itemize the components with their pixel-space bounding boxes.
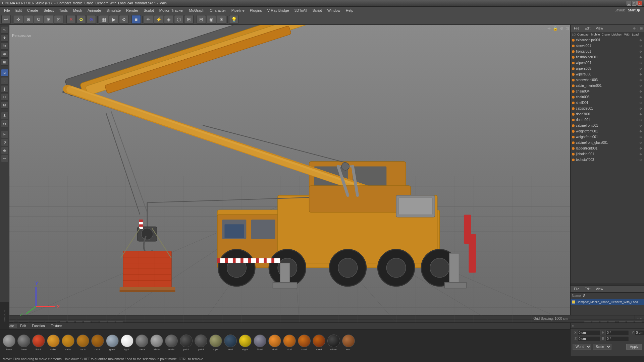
menu-tools[interactable]: Tools	[56, 8, 70, 13]
obj-ladderfront001[interactable]: ladderfront001 ⊘	[571, 145, 644, 151]
mat-meta-1[interactable]: meta	[136, 335, 148, 351]
menu-script[interactable]: Script	[310, 8, 325, 13]
mat-tab-function[interactable]: Function	[29, 324, 47, 328]
obj-wipers004[interactable]: wipers004 ⊘	[571, 60, 644, 66]
obj-cabin-interior001[interactable]: cabin_interior001 ⊘	[571, 83, 644, 88]
mat-cabir-2[interactable]: cabir	[62, 335, 74, 351]
mat-tab-edit[interactable]: Edit	[17, 324, 29, 328]
array-button[interactable]: ⊟	[197, 15, 206, 24]
menu-mesh[interactable]: Mesh	[70, 8, 85, 13]
model-mode[interactable]: M	[1, 69, 8, 76]
mat-glass[interactable]: glass	[106, 335, 119, 351]
select-loop-button[interactable]: ⊗	[87, 15, 96, 24]
loop-cut-button[interactable]: ⊞	[184, 15, 194, 24]
select-all-button[interactable]: ✕	[66, 15, 76, 24]
obj-doorL001[interactable]: doorL001 ⊘	[571, 117, 644, 123]
mat-light[interactable]: light |	[121, 335, 133, 351]
move-tool-button[interactable]: ✛	[14, 15, 23, 24]
mat-sub-edit[interactable]: Edit	[583, 287, 592, 292]
mat-cabir-1[interactable]: cabir	[47, 335, 60, 351]
pointer-tool[interactable]: ↖	[1, 26, 8, 34]
obj-cabinefront-glass001[interactable]: cabinefront_glass001 ⊘	[571, 140, 644, 145]
mat-streli-2[interactable]: streli	[283, 335, 296, 351]
paint-left-tool[interactable]: ✏	[1, 155, 8, 162]
obj-frontar001[interactable]: frontar001 ⊘	[571, 49, 644, 54]
polygon-mode[interactable]: □	[1, 93, 8, 101]
apply-button[interactable]: Apply	[626, 344, 642, 350]
null-button[interactable]: ☀	[217, 15, 226, 24]
menu-simulate[interactable]: Simulate	[104, 8, 123, 13]
mat-cabir-4[interactable]: cabir	[91, 335, 104, 351]
menu-animate[interactable]: Animate	[85, 8, 104, 13]
menu-edit[interactable]: Edit	[13, 8, 24, 13]
pivot-button[interactable]: ⊡	[54, 15, 63, 24]
undo-button[interactable]: ↩	[1, 15, 11, 24]
obj-cabinefront001[interactable]: cabinefront001 ⊘	[571, 123, 644, 128]
viewport[interactable]: View Cameras Display Options Filter Pane…	[9, 25, 570, 322]
mat-selected-item[interactable]: Compact_Mobile_Crane_Liebherr_With_Load	[571, 299, 644, 305]
menu-select[interactable]: Select	[41, 8, 57, 13]
menu-plugins[interactable]: Plugins	[247, 8, 265, 13]
obj-shell001[interactable]: shell001 ⊘	[571, 100, 644, 106]
obj-chain004[interactable]: chain004 ⊘	[571, 88, 644, 94]
obj-steerwheel003[interactable]: steerwheel003 ⊘	[571, 77, 644, 83]
menu-window[interactable]: Window	[325, 8, 343, 13]
render-region-button[interactable]: ▦	[99, 15, 108, 24]
mat-base-dark[interactable]: base	[17, 335, 30, 351]
paint-button[interactable]: ✏	[144, 15, 153, 24]
mat-streli-3[interactable]: streli	[298, 335, 311, 351]
extrude-button[interactable]: ◈	[164, 15, 173, 24]
obj-wipers006[interactable]: wipers006 ⊘	[571, 71, 644, 77]
b-field[interactable]	[605, 336, 629, 341]
obj-exhausepipe001[interactable]: exhausepipe001 ⊘	[571, 37, 644, 43]
mat-tab-texture[interactable]: Texture	[48, 324, 65, 328]
menu-create[interactable]: Create	[24, 8, 41, 13]
rp-tab-file[interactable]: File	[572, 26, 581, 31]
mat-Meta-2[interactable]: Meta	[150, 335, 163, 351]
mat-cabir-3[interactable]: cabir	[76, 335, 89, 351]
mat-brick[interactable]: Brick	[32, 335, 45, 351]
mat-Steel[interactable]: Steel	[254, 335, 266, 351]
menu-render[interactable]: Render	[123, 8, 141, 13]
obj-weightfront001[interactable]: weightfront001 ⊘	[571, 128, 644, 134]
brush-tool[interactable]: ⊛	[1, 147, 8, 154]
menu-file[interactable]: File	[1, 8, 13, 13]
select-ring-button[interactable]: ✿	[76, 15, 86, 24]
mat-streli-1[interactable]: streli	[268, 335, 281, 351]
quantize-tool[interactable]: ⊙	[1, 120, 8, 127]
menu-character[interactable]: Character	[207, 8, 228, 13]
menu-3dtoall[interactable]: 3DToAll	[292, 8, 310, 13]
menu-vray[interactable]: V-Ray Bridge	[265, 8, 292, 13]
bevel-button[interactable]: ⬡	[174, 15, 183, 24]
instance-button[interactable]: ◉	[207, 15, 216, 24]
toggle-left-tool[interactable]: ⊞	[1, 58, 8, 66]
knife-button[interactable]: ⚡	[154, 15, 163, 24]
light-button[interactable]: 💡	[229, 15, 238, 24]
render-view-button[interactable]: ▶	[109, 15, 118, 24]
z-field[interactable]	[577, 336, 601, 341]
object-mode-button[interactable]: ■	[131, 15, 141, 24]
magnet-tool[interactable]: ⚲	[1, 139, 8, 146]
menu-pipeline[interactable]: Pipeline	[229, 8, 247, 13]
menu-motion-tracker[interactable]: Motion Tracker	[157, 8, 186, 13]
obj-sleeve001[interactable]: sleeve001 ⊘	[571, 43, 644, 49]
maximize-button[interactable]: □	[632, 1, 637, 6]
obj-weightfront001b[interactable]: weightfront001 ⊘	[571, 134, 644, 140]
obj-wipers005[interactable]: wipers005 ⊘	[571, 66, 644, 71]
h-field[interactable]	[605, 330, 629, 335]
rp-tab-edit[interactable]: Edit	[583, 26, 592, 31]
close-button[interactable]: ×	[637, 1, 642, 6]
scale-left-tool[interactable]: ⊕	[1, 50, 8, 58]
rp-tab-view[interactable]: View	[594, 26, 605, 31]
mat-base-gray[interactable]: base	[3, 335, 15, 351]
scale-tool-button[interactable]: ⊕	[24, 15, 33, 24]
mat-paint-2[interactable]: paint	[195, 335, 207, 351]
y-field[interactable]	[635, 330, 644, 335]
transform-tool-button[interactable]: ⊞	[44, 15, 53, 24]
knife-left-tool[interactable]: ✂	[1, 131, 8, 138]
point-mode[interactable]: ·	[1, 77, 8, 84]
uv-mode[interactable]: ⊠	[1, 101, 8, 109]
menu-help[interactable]: Help	[343, 8, 356, 13]
coord-system-select[interactable]: World	[573, 344, 591, 350]
mat-signs[interactable]: signs	[239, 335, 252, 351]
